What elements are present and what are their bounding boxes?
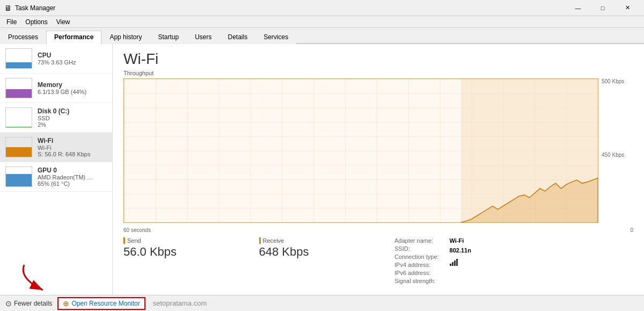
details-columns: Adapter name: SSID: Connection type: IPv… [394,237,633,284]
fewer-details-label: Fewer details [14,300,52,307]
stats-area: Send 56.0 Kbps Receive 648 Kbps Adapter … [123,237,633,284]
title-bar-controls: — □ ✕ [566,0,640,16]
wifi-thumbnail [5,137,32,157]
right-panel: Wi-Fi Throughput [113,44,644,295]
ssid-label: SSID: [394,245,439,252]
chart-time-left: 60 seconds [123,227,151,233]
close-button[interactable]: ✕ [615,0,640,16]
gpu-model: AMD Radeon(TM) ... [38,174,107,180]
tab-startup[interactable]: Startup [150,31,187,44]
disk-type: SSD [38,115,107,121]
tab-processes[interactable]: Processes [0,31,46,44]
app-title: Task Manager [15,4,55,12]
minimize-button[interactable]: — [566,0,590,16]
chart-footer: 60 seconds 0 [123,227,633,233]
memory-stats: 6.1/13.9 GB (44%) [38,89,107,95]
resource-monitor-icon: ⊕ [63,299,69,308]
watermark: setopratama.com [153,299,207,307]
receive-value: 648 Kbps [259,245,379,259]
chart-container: 500 Kbps 450 Kbps [123,78,633,225]
wifi-type: Wi-Fi [38,144,107,151]
fewer-details-icon: ⊙ [5,299,12,308]
open-resource-monitor-button[interactable]: ⊕ Open Resource Monitor [57,297,145,310]
app-icon: 🖥 [4,4,12,12]
open-resource-label: Open Resource Monitor [71,300,140,307]
chart-area [123,78,598,223]
tab-services[interactable]: Services [255,31,296,44]
memory-thumbnail [5,78,32,98]
gpu-info: GPU 0 AMD Radeon(TM) ... 65% (61 °C) [38,167,107,187]
tab-details[interactable]: Details [219,31,255,44]
menu-bar: File Options View [0,16,644,28]
cpu-stats: 73% 3.63 GHz [38,59,107,66]
signal-strength-icon [450,258,458,266]
disk-info: Disk 0 (C:) SSD 2% [38,107,107,128]
scale-450: 450 Kbps [602,152,633,158]
maximize-button[interactable]: □ [590,0,615,16]
gpu-title: GPU 0 [38,167,107,174]
receive-label: Receive [259,237,379,244]
title-bar: 🖥 Task Manager — □ ✕ [0,0,644,16]
wifi-title: Wi-Fi [38,137,107,144]
connection-type-label: Connection type: [394,254,439,260]
tab-performance[interactable]: Performance [46,31,101,44]
title-bar-left: 🖥 Task Manager [4,4,55,12]
wifi-stats: S: 56.0 R: 648 Kbps [38,151,107,157]
detail-col-left: Adapter name: SSID: Connection type: IPv… [394,237,439,284]
fewer-details-button[interactable]: ⊙ Fewer details [5,299,52,308]
sidebar: CPU 73% 3.63 GHz Memory 6.1/13.9 GB (44%… [0,44,113,295]
throughput-chart [124,79,598,222]
scale-500: 500 Kbps [602,78,633,84]
menu-options[interactable]: Options [21,17,52,27]
chart-label: Throughput [123,70,633,76]
menu-file[interactable]: File [2,17,21,27]
chart-scale: 500 Kbps 450 Kbps [598,78,633,225]
cpu-thumbnail [5,48,32,69]
signal-label: Signal strength: [394,278,439,284]
sidebar-item-wifi[interactable]: Wi-Fi Wi-Fi S: 56.0 R: 648 Kbps [0,133,112,162]
adapter-name-label: Adapter name: [394,237,439,244]
sidebar-item-cpu[interactable]: CPU 73% 3.63 GHz [0,44,112,74]
chart-time-right: 0 [630,227,633,233]
cpu-title: CPU [38,52,107,59]
gpu-thumbnail [5,167,32,187]
disk-title: Disk 0 (C:) [38,107,107,115]
send-label: Send [123,237,243,244]
bottom-bar: ⊙ Fewer details ⊕ Open Resource Monitor … [0,295,644,311]
wifi-info: Wi-Fi Wi-Fi S: 56.0 R: 648 Kbps [38,137,107,157]
connection-type-value: 802.11n [450,247,471,254]
memory-info: Memory 6.1/13.9 GB (44%) [38,81,107,95]
menu-view[interactable]: View [52,17,75,27]
tab-app-history[interactable]: App history [101,31,150,44]
receive-stat: Receive 648 Kbps [259,237,379,284]
tab-users[interactable]: Users [187,31,219,44]
ipv6-label: IPv6 address: [394,270,439,276]
send-value: 56.0 Kbps [123,245,243,259]
detail-col-right: Wi-Fi 802.11n [450,237,471,284]
disk-thumbnail [5,107,32,128]
main-content: CPU 73% 3.63 GHz Memory 6.1/13.9 GB (44%… [0,44,644,295]
sidebar-item-memory[interactable]: Memory 6.1/13.9 GB (44%) [0,74,112,103]
cpu-info: CPU 73% 3.63 GHz [38,52,107,66]
adapter-name-value: Wi-Fi [450,237,471,244]
sidebar-item-gpu[interactable]: GPU 0 AMD Radeon(TM) ... 65% (61 °C) [0,162,112,192]
tab-bar: Processes Performance App history Startu… [0,28,644,44]
memory-title: Memory [38,81,107,89]
disk-stats: 2% [38,121,107,128]
sidebar-item-disk[interactable]: Disk 0 (C:) SSD 2% [0,103,112,133]
signal-value [450,258,471,267]
ipv4-label: IPv4 address: [394,262,439,268]
gpu-stats: 65% (61 °C) [38,180,107,187]
send-stat: Send 56.0 Kbps [123,237,243,284]
panel-title: Wi-Fi [123,50,633,68]
